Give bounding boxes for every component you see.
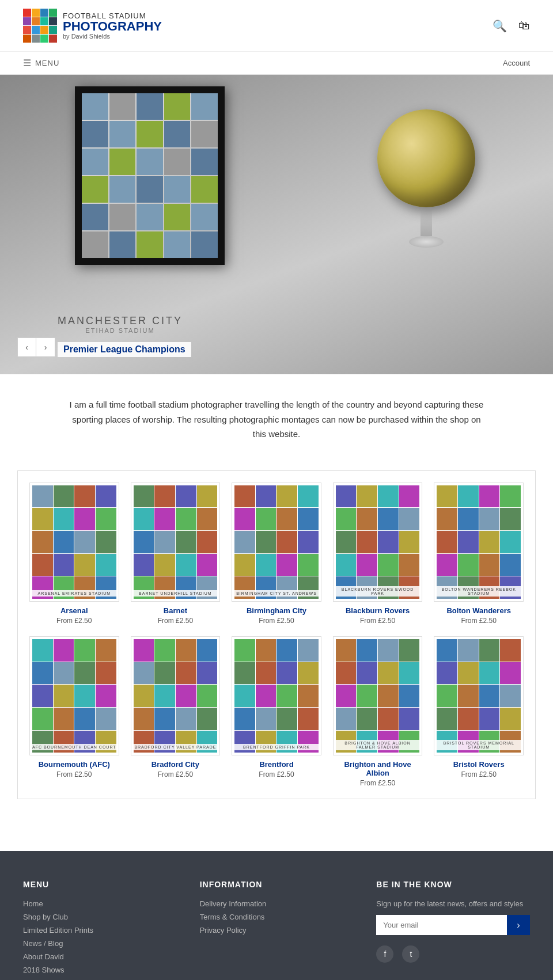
- footer-menu-item[interactable]: Home: [23, 899, 177, 908]
- product-card[interactable]: ARSENAL EMIRATES STADIUM Arsenal From £2…: [29, 483, 119, 625]
- footer-info-item[interactable]: Terms & Conditions: [200, 913, 354, 921]
- hero-nav: ‹ ›: [17, 337, 55, 357]
- footer-info-col: INFORMATION Delivery InformationTerms & …: [200, 880, 354, 980]
- twitter-icon[interactable]: t: [402, 945, 419, 963]
- product-label: BRADFORD CITY VALLEY PARADE: [131, 744, 220, 750]
- product-price: From £2.50: [131, 617, 221, 625]
- product-image: BRADFORD CITY VALLEY PARADE: [131, 636, 221, 755]
- product-card[interactable]: BOLTON WANDERERS REEBOK STADIUM Bolton W…: [434, 483, 524, 625]
- product-label: ARSENAL EMIRATES STADIUM: [30, 590, 119, 597]
- product-name: Blackburn Rovers: [333, 606, 423, 615]
- footer-know-heading: BE IN THE KNOW: [376, 880, 530, 889]
- intro-section: I am a full time football stadium photog…: [0, 374, 553, 465]
- product-card[interactable]: BRISTOL ROVERS MEMORIAL STADIUM Bristol …: [434, 636, 524, 787]
- footer-info-item[interactable]: Delivery Information: [200, 899, 354, 908]
- footer-info-heading: INFORMATION: [200, 880, 354, 889]
- product-name: Arsenal: [29, 606, 119, 615]
- footer-menu-item[interactable]: News / Blog: [23, 939, 177, 948]
- hero-next-button[interactable]: ›: [36, 338, 55, 356]
- hero-caption: MANCHESTER CITY ETIHAD STADIUM: [58, 315, 183, 334]
- product-label: BRENTFORD GRIFFIN PARK: [232, 744, 321, 750]
- footer-menu-item[interactable]: 2018 Shows: [23, 966, 177, 974]
- product-image: BRENTFORD GRIFFIN PARK: [232, 636, 321, 755]
- product-name: Bolton Wanderers: [434, 606, 524, 615]
- product-name: Bradford City: [131, 760, 221, 769]
- brand-sub: by David Shields: [63, 33, 162, 40]
- product-label: BRIGHTON & HOVE ALBION FALMER STADIUM: [334, 740, 422, 750]
- product-price: From £2.50: [434, 617, 524, 625]
- header-icons: 🔍 🛍: [493, 19, 530, 33]
- product-image: BOLTON WANDERERS REEBOK STADIUM: [434, 483, 524, 602]
- hero-city: MANCHESTER CITY: [58, 315, 183, 327]
- product-card[interactable]: BRENTFORD GRIFFIN PARK Brentford From £2…: [232, 636, 321, 787]
- account-link[interactable]: Account: [503, 59, 530, 67]
- product-name: Barnet: [131, 606, 221, 615]
- hero-frame-inner: [82, 93, 218, 258]
- product-card[interactable]: BRIGHTON & HOVE ALBION FALMER STADIUM Br…: [333, 636, 423, 787]
- footer-info-item[interactable]: Privacy Policy: [200, 926, 354, 935]
- email-input[interactable]: [376, 915, 507, 935]
- footer-menu-heading: MENU: [23, 880, 177, 889]
- hero-section: MANCHESTER CITY ETIHAD STADIUM ‹ › Premi…: [0, 75, 553, 374]
- product-image: ARSENAL EMIRATES STADIUM: [29, 483, 119, 602]
- footer-menu-item[interactable]: Shop by Club: [23, 913, 177, 921]
- menu-label: MENU: [35, 59, 59, 67]
- product-name: Brighton and Hove Albion: [333, 760, 423, 777]
- product-name: Brentford: [232, 760, 321, 769]
- footer-top: MENU HomeShop by ClubLimited Edition Pri…: [23, 880, 530, 980]
- logo-text: FOOTBALL STADIUM PHOTOGRAPHY by David Sh…: [63, 12, 162, 40]
- products-grid: ARSENAL EMIRATES STADIUM Arsenal From £2…: [29, 483, 524, 788]
- cart-icon[interactable]: 🛍: [518, 19, 530, 33]
- product-label: BRISTOL ROVERS MEMORIAL STADIUM: [434, 740, 523, 750]
- product-image: BRIGHTON & HOVE ALBION FALMER STADIUM: [333, 636, 423, 755]
- product-price: From £2.50: [333, 779, 423, 787]
- product-image: AFC BOURNEMOUTH DEAN COURT: [29, 636, 119, 755]
- hero-frame: [75, 86, 225, 265]
- footer-menu-item[interactable]: About David: [23, 952, 177, 961]
- hamburger-icon: ☰: [23, 58, 32, 69]
- product-name: Birmingham City: [232, 606, 321, 615]
- footer-know-sub: Sign up for the latest news, offers and …: [376, 899, 530, 908]
- footer-menu-col: MENU HomeShop by ClubLimited Edition Pri…: [23, 880, 177, 980]
- social-icons: f t: [376, 945, 530, 963]
- product-price: From £2.50: [232, 770, 321, 778]
- product-price: From £2.50: [434, 770, 524, 778]
- product-card[interactable]: BLACKBURN ROVERS EWOOD PARK Blackburn Ro…: [333, 483, 423, 625]
- product-card[interactable]: BIRMINGHAM CITY ST. ANDREWS Birmingham C…: [232, 483, 321, 625]
- brand-main: PHOTOGRAPHY: [63, 20, 162, 33]
- product-card[interactable]: BRADFORD CITY VALLEY PARADE Bradford Cit…: [131, 636, 221, 787]
- hero-title: Premier League Champions: [58, 342, 191, 357]
- intro-text: I am a full time football stadium photog…: [69, 397, 484, 442]
- products-section: ARSENAL EMIRATES STADIUM Arsenal From £2…: [0, 465, 553, 817]
- product-price: From £2.50: [131, 770, 221, 778]
- products-container: ARSENAL EMIRATES STADIUM Arsenal From £2…: [17, 470, 536, 800]
- site-footer: MENU HomeShop by ClubLimited Edition Pri…: [0, 851, 553, 980]
- logo-grid: [23, 9, 57, 43]
- product-image: BLACKBURN ROVERS EWOOD PARK: [333, 483, 423, 602]
- globe-stand: [421, 207, 432, 236]
- product-image: BARNET UNDERHILL STADIUM: [131, 483, 221, 602]
- product-card[interactable]: AFC BOURNEMOUTH DEAN COURT Bournemouth (…: [29, 636, 119, 787]
- product-price: From £2.50: [29, 617, 119, 625]
- product-name: Bristol Rovers: [434, 760, 524, 769]
- product-card[interactable]: BARNET UNDERHILL STADIUM Barnet From £2.…: [131, 483, 221, 625]
- menu-toggle[interactable]: ☰ MENU: [23, 58, 59, 69]
- product-image: BRISTOL ROVERS MEMORIAL STADIUM: [434, 636, 524, 755]
- product-price: From £2.50: [333, 617, 423, 625]
- search-icon[interactable]: 🔍: [493, 19, 507, 33]
- newsletter-submit-button[interactable]: ›: [507, 915, 530, 935]
- facebook-icon[interactable]: f: [376, 945, 393, 963]
- product-price: From £2.50: [232, 617, 321, 625]
- product-label: AFC BOURNEMOUTH DEAN COURT: [30, 744, 119, 750]
- globe-sphere: [377, 109, 475, 207]
- newsletter-form: ›: [376, 915, 530, 935]
- navbar: ☰ MENU Account: [0, 52, 553, 75]
- product-label: BOLTON WANDERERS REEBOK STADIUM: [434, 586, 523, 597]
- product-label: BARNET UNDERHILL STADIUM: [131, 590, 220, 597]
- logo-area[interactable]: FOOTBALL STADIUM PHOTOGRAPHY by David Sh…: [23, 9, 162, 43]
- hero-prev-button[interactable]: ‹: [18, 338, 36, 356]
- product-name: Bournemouth (AFC): [29, 760, 119, 769]
- product-label: BLACKBURN ROVERS EWOOD PARK: [334, 586, 422, 597]
- footer-menu-item[interactable]: Limited Edition Prints: [23, 926, 177, 935]
- hero-globe: [369, 109, 484, 253]
